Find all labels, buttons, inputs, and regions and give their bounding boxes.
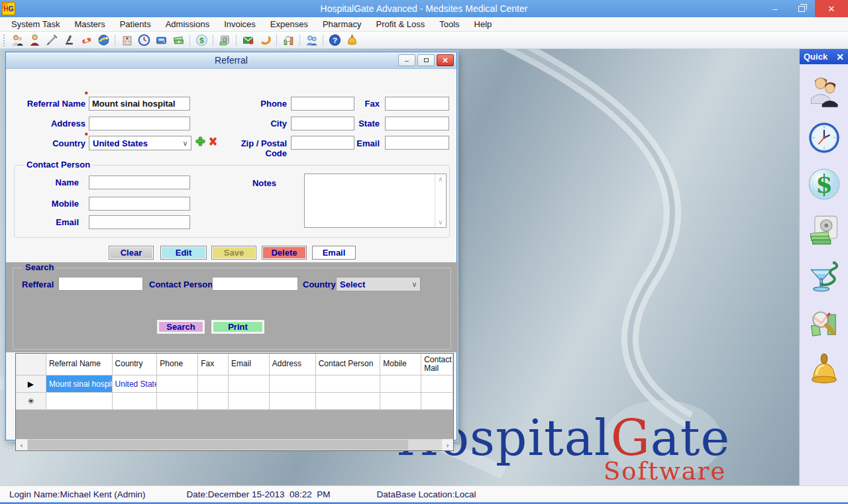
search-contact-person-input[interactable] xyxy=(212,277,298,291)
help-icon[interactable]: ? xyxy=(327,33,342,48)
scroll-up-icon[interactable]: ∧ xyxy=(438,176,443,183)
grid-column-header-fax[interactable]: Fax xyxy=(198,354,229,376)
menu-item-admissions[interactable]: Admissions xyxy=(158,18,217,30)
users-icon[interactable] xyxy=(304,33,319,48)
dollar-icon[interactable]: $ xyxy=(194,33,209,48)
mail-icon[interactable] xyxy=(240,33,255,48)
microscope-icon[interactable] xyxy=(62,33,76,48)
address-input[interactable] xyxy=(89,117,190,130)
grid-column-header-phone[interactable]: Phone xyxy=(157,354,198,376)
notes-scrollbar[interactable]: ∧∨ xyxy=(435,174,446,227)
delete-country-icon[interactable] xyxy=(208,136,218,146)
patient-icon[interactable] xyxy=(27,33,42,48)
grid-column-header-contact-person[interactable]: Contact Person xyxy=(316,354,381,376)
menu-item-profit-loss[interactable]: Profit & Loss xyxy=(368,18,432,30)
delete-button[interactable]: Delete xyxy=(262,246,307,260)
table-row[interactable]: ✳ xyxy=(16,393,453,410)
menu-item-pharmacy[interactable]: Pharmacy xyxy=(315,18,369,30)
menu-item-invoices[interactable]: Invoices xyxy=(217,18,263,30)
grid-column-header-mobile[interactable]: Mobile xyxy=(380,354,421,376)
restore-icon[interactable] xyxy=(258,33,272,48)
grid-cell[interactable] xyxy=(46,393,113,410)
notes-textarea[interactable]: ∧∨ xyxy=(304,174,447,228)
grid-column-header-address[interactable]: Address xyxy=(270,354,316,376)
quick-alerts-icon[interactable] xyxy=(806,352,842,387)
add-country-icon[interactable] xyxy=(195,136,205,146)
patients-icon[interactable] xyxy=(10,33,25,48)
chart-icon[interactable] xyxy=(281,33,295,48)
grid-cell[interactable] xyxy=(270,376,316,393)
grid-horizontal-scrollbar[interactable]: ‹ › xyxy=(16,439,453,450)
state-input[interactable] xyxy=(385,117,449,130)
medicine-icon[interactable] xyxy=(79,33,93,48)
menu-item-masters[interactable]: Masters xyxy=(67,18,112,30)
email-button[interactable]: Email xyxy=(312,246,356,260)
quick-cashbox-icon[interactable] xyxy=(806,213,842,248)
travel-icon[interactable] xyxy=(96,33,111,48)
clear-button[interactable]: Clear xyxy=(109,246,154,260)
referral-dialog-titlebar[interactable]: Referral – ✕ xyxy=(6,52,456,69)
grid-cell[interactable] xyxy=(229,393,270,410)
hospital-icon[interactable] xyxy=(119,33,134,48)
contact-email-input[interactable] xyxy=(89,215,190,229)
quick-clock-icon[interactable] xyxy=(806,120,842,156)
bell-icon[interactable] xyxy=(344,33,359,48)
contact-mobile-input[interactable] xyxy=(89,197,190,211)
referral-name-input[interactable] xyxy=(89,97,190,111)
grid-cell[interactable] xyxy=(198,393,229,410)
grid-cell[interactable] xyxy=(421,376,453,393)
grid-cell[interactable] xyxy=(380,376,421,393)
grid-column-header-referral-name[interactable]: Referral Name xyxy=(46,354,113,376)
dialog-close-button[interactable]: ✕ xyxy=(437,54,454,66)
country-select[interactable]: United States∨ xyxy=(89,136,191,150)
menu-item-expenses[interactable]: Expenses xyxy=(263,18,315,30)
table-row[interactable]: ▶Mount sinai hospitalUnited States xyxy=(16,376,453,393)
grid-cell[interactable] xyxy=(229,376,270,393)
quick-panel-close-icon[interactable]: ✕ xyxy=(836,52,844,62)
grid-cell[interactable] xyxy=(380,393,421,410)
grid-cell[interactable] xyxy=(316,393,381,410)
email-input[interactable] xyxy=(385,136,449,150)
quick-reports-icon[interactable] xyxy=(806,305,842,341)
quick-staff-icon[interactable] xyxy=(806,74,842,109)
scroll-thumb[interactable] xyxy=(28,440,408,450)
phone-input[interactable] xyxy=(291,97,354,111)
cash-icon[interactable] xyxy=(171,33,186,48)
dialog-restore-button[interactable] xyxy=(417,54,435,66)
contact-name-input[interactable] xyxy=(89,176,190,189)
print-button[interactable]: Print xyxy=(211,320,264,334)
grid-cell[interactable] xyxy=(270,393,316,410)
close-button[interactable]: ✕ xyxy=(815,0,848,17)
clock-icon[interactable] xyxy=(136,33,151,48)
quick-pharmacy-icon[interactable] xyxy=(806,259,842,295)
search-button[interactable]: Search xyxy=(157,320,205,334)
save-button[interactable]: Save xyxy=(211,246,256,260)
search-country-select[interactable]: Select∨ xyxy=(336,277,421,291)
grid-cell[interactable] xyxy=(113,393,158,410)
grid-cell[interactable] xyxy=(198,376,229,393)
restore-button[interactable] xyxy=(788,0,815,17)
menu-item-system-task[interactable]: System Task xyxy=(4,18,67,30)
scroll-right-icon[interactable]: › xyxy=(442,439,453,450)
grid-cell[interactable] xyxy=(316,376,381,393)
grid-column-header-country[interactable]: Country xyxy=(113,354,158,376)
menu-item-tools[interactable]: Tools xyxy=(432,18,466,30)
quick-billing-icon[interactable]: $ xyxy=(806,166,842,202)
grid-cell[interactable]: Mount sinai hospital xyxy=(46,376,113,393)
menu-item-help[interactable]: Help xyxy=(467,18,500,30)
fax-input[interactable] xyxy=(385,97,449,111)
grid-cell[interactable] xyxy=(157,376,198,393)
dialog-minimize-button[interactable]: – xyxy=(398,54,415,66)
scroll-left-icon[interactable]: ‹ xyxy=(16,439,27,450)
grid-cell[interactable] xyxy=(157,393,198,410)
edit-button[interactable]: Edit xyxy=(160,246,207,260)
grid-cell[interactable] xyxy=(421,393,453,410)
grid-column-header-email[interactable]: Email xyxy=(229,354,270,376)
injection-icon[interactable] xyxy=(44,33,59,48)
grid-column-header-contact-mail[interactable]: Contact Mail xyxy=(421,354,453,376)
menu-item-patients[interactable]: Patients xyxy=(113,18,158,30)
safe-icon[interactable] xyxy=(217,33,232,48)
fax-icon[interactable] xyxy=(154,33,168,48)
scroll-down-icon[interactable]: ∨ xyxy=(438,219,443,226)
minimize-button[interactable]: – xyxy=(762,0,788,17)
